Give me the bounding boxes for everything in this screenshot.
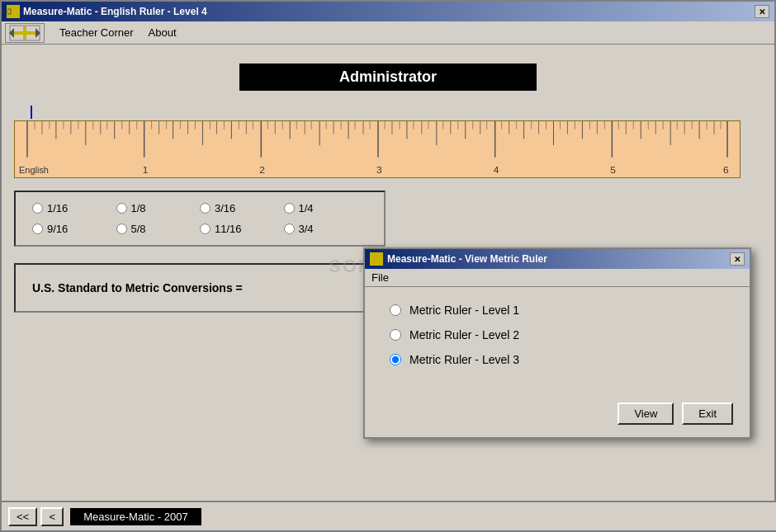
radio-3-4[interactable]	[284, 224, 295, 234]
label-1-8: 1/8	[131, 202, 146, 214]
label-3-4: 3/4	[299, 223, 314, 235]
dialog-window: Measure-Matic - View Metric Ruler ✕ File…	[363, 247, 751, 439]
conversion-area: U.S. Standard to Metric Conversions =	[14, 263, 386, 313]
ruler: 1 2 3 4 5 6 English	[14, 120, 741, 178]
bottom-bar: << < Measure-Matic - 2007	[2, 501, 776, 530]
dialog-close-button[interactable]: ✕	[730, 252, 745, 266]
copyright-label: Measure-Matic - 2007	[70, 508, 201, 525]
radio-1-8[interactable]	[116, 203, 127, 214]
menu-item-about[interactable]: About	[142, 25, 183, 40]
radio-item-1-4: 1/4	[284, 202, 368, 214]
radio-item-5-8: 5/8	[116, 223, 201, 235]
label-metric-level3: Metric Ruler - Level 3	[409, 353, 519, 366]
dialog-menu-file[interactable]: File	[371, 271, 389, 284]
radio-11-16[interactable]	[200, 224, 211, 234]
dialog-radio-item-level1: Metric Ruler - Level 1	[390, 304, 725, 317]
radio-1-16[interactable]	[32, 203, 43, 214]
label-3-16: 3/16	[215, 202, 235, 214]
dialog-icon	[370, 252, 383, 266]
svg-text:4: 4	[494, 164, 499, 176]
svg-text:1: 1	[143, 164, 149, 176]
label-1-4: 1/4	[299, 202, 314, 214]
admin-header: Administrator	[239, 64, 537, 91]
dialog-body: Metric Ruler - Level 1 Metric Ruler - Le…	[365, 287, 750, 394]
conversion-text: U.S. Standard to Metric Conversions =	[32, 281, 243, 294]
radio-5-8[interactable]	[116, 224, 127, 234]
radio-item-1-8: 1/8	[116, 202, 201, 214]
menu-icon-logo	[5, 23, 45, 43]
ruler-cursor	[31, 106, 32, 119]
dialog-radio-item-level2: Metric Ruler - Level 2	[390, 328, 725, 341]
exit-button[interactable]: Exit	[682, 403, 733, 425]
label-metric-level1: Metric Ruler - Level 1	[409, 304, 519, 317]
dialog-menu: File	[365, 269, 750, 287]
app-icon	[7, 5, 20, 18]
svg-text:5: 5	[610, 164, 616, 176]
svg-text:6: 6	[723, 164, 729, 176]
label-1-16: 1/16	[47, 202, 68, 214]
svg-text:English: English	[19, 165, 49, 175]
label-5-8: 5/8	[131, 223, 146, 235]
title-bar: Measure-Matic - English Ruler - Level 4 …	[2, 2, 774, 21]
svg-text:2: 2	[259, 164, 265, 176]
radio-metric-level2[interactable]	[390, 329, 401, 341]
dialog-buttons: View Exit	[365, 394, 750, 437]
radio-item-11-16: 11/16	[200, 223, 284, 235]
dialog-title-bar: Measure-Matic - View Metric Ruler ✕	[365, 249, 750, 269]
radio-3-16[interactable]	[200, 203, 211, 214]
radio-1-4[interactable]	[284, 203, 295, 214]
radio-9-16[interactable]	[32, 224, 43, 234]
svg-rect-113	[376, 255, 377, 263]
dialog-radio-item-level3: Metric Ruler - Level 3	[390, 353, 725, 366]
ruler-container: 1 2 3 4 5 6 English	[14, 106, 762, 178]
label-11-16: 11/16	[215, 223, 242, 235]
label-metric-level2: Metric Ruler - Level 2	[409, 328, 519, 341]
radio-item-3-16: 3/16	[200, 202, 284, 214]
svg-rect-1	[12, 7, 14, 16]
nav-first-button[interactable]: <<	[8, 507, 37, 526]
dialog-title-text: Measure-Matic - View Metric Ruler	[387, 253, 547, 265]
radio-metric-level1[interactable]	[390, 304, 401, 316]
nav-prev-button[interactable]: <	[40, 507, 64, 526]
radio-metric-level3[interactable]	[390, 354, 401, 365]
menu-item-teacher-corner[interactable]: Teacher Corner	[53, 25, 140, 40]
radio-item-3-4: 3/4	[284, 223, 368, 235]
svg-rect-5	[23, 26, 26, 40]
radio-grid: 1/16 1/8 3/16 1/4	[32, 202, 367, 235]
dialog-title-left: Measure-Matic - View Metric Ruler	[370, 252, 547, 266]
fractions-options-area: 1/16 1/8 3/16 1/4	[14, 191, 386, 247]
menu-bar: Teacher Corner About	[2, 21, 774, 45]
window-title: Measure-Matic - English Ruler - Level 4	[23, 6, 207, 17]
main-close-button[interactable]: ✕	[755, 5, 769, 18]
label-9-16: 9/16	[47, 223, 68, 235]
radio-item-9-16: 9/16	[32, 223, 116, 235]
view-button[interactable]: View	[617, 403, 674, 425]
radio-item-1-16: 1/16	[32, 202, 116, 214]
svg-text:3: 3	[376, 164, 382, 176]
title-bar-left: Measure-Matic - English Ruler - Level 4	[7, 5, 207, 18]
